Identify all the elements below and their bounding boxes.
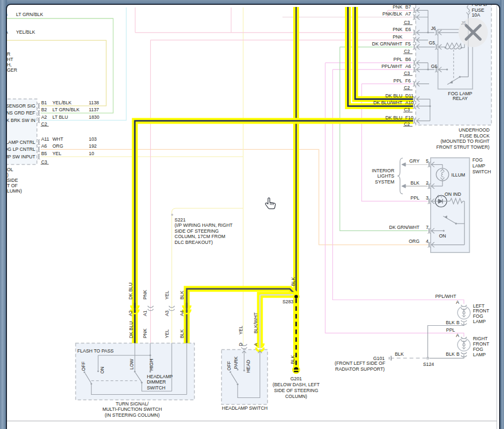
svg-text:103: 103 <box>89 136 97 142</box>
svg-text:LIGHTS: LIGHTS <box>377 173 394 179</box>
svg-text:DLC BREAKOUT): DLC BREAKOUT) <box>174 240 212 245</box>
svg-text:B: B <box>456 320 460 325</box>
svg-text:F10: F10 <box>406 115 414 120</box>
svg-text:RELAY: RELAY <box>453 96 468 101</box>
svg-text:D11: D11 <box>406 93 414 98</box>
svg-text:OL: OL <box>7 167 13 172</box>
svg-text:HIGH: HIGH <box>149 359 154 371</box>
svg-text:FOG: FOG <box>472 157 483 163</box>
svg-text:ON: ON <box>439 233 446 239</box>
svg-text:GRY: GRY <box>409 158 419 164</box>
svg-text:C3: C3 <box>404 71 410 76</box>
svg-text:B: B <box>456 351 460 357</box>
svg-text:F5: F5 <box>406 41 411 47</box>
svg-text:BLK: BLK <box>446 351 455 357</box>
svg-text:(MOUNTED TO RIGHT: (MOUNTED TO RIGHT <box>440 139 490 144</box>
svg-text:(BELOW DASH, LEFT: (BELOW DASH, LEFT <box>273 382 320 387</box>
svg-text:A4: A4 <box>179 310 185 316</box>
svg-text:1138: 1138 <box>89 100 99 105</box>
svg-text:LAMP CNTRL: LAMP CNTRL <box>6 140 35 145</box>
svg-text:LT GRN/BLK: LT GRN/BLK <box>52 107 80 112</box>
svg-text:R: R <box>7 51 10 57</box>
svg-text:C3: C3 <box>404 20 410 25</box>
svg-text:ON IND: ON IND <box>445 191 461 197</box>
svg-text:ORG: ORG <box>409 239 419 244</box>
svg-text:OG LP CNTRL: OG LP CNTRL <box>6 147 35 152</box>
svg-text:SIDE OF STEERING: SIDE OF STEERING <box>174 228 219 234</box>
svg-text:FRONT: FRONT <box>473 341 490 347</box>
svg-text:G6: G6 <box>431 64 438 69</box>
svg-text:YEL: YEL <box>164 290 170 300</box>
svg-text:B6: B6 <box>406 57 411 62</box>
svg-text:BLK/WHT: BLK/WHT <box>253 312 258 334</box>
svg-text:A6: A6 <box>406 64 411 69</box>
svg-text:SENSOR SIG: SENSOR SIG <box>6 103 35 109</box>
svg-text:C3: C3 <box>404 107 410 112</box>
svg-text:OFF: OFF <box>81 361 86 371</box>
svg-text:INTERIOR: INTERIOR <box>372 168 394 173</box>
svg-text:HT: HT <box>7 57 13 62</box>
svg-text:BLK: BLK <box>395 351 404 357</box>
svg-text:UNDERHOOD: UNDERHOOD <box>459 127 490 133</box>
svg-text:YEL: YEL <box>164 330 170 339</box>
svg-text:COLUMN): COLUMN) <box>285 394 307 399</box>
svg-text:S124: S124 <box>423 362 434 367</box>
svg-text:6: 6 <box>6 12 7 17</box>
svg-text:5: 5 <box>426 158 429 164</box>
svg-text:B1: B1 <box>41 100 47 105</box>
svg-text:T OF: T OF <box>7 183 18 188</box>
svg-text:MP SW INPUT: MP SW INPUT <box>6 154 36 159</box>
svg-text:LAMP: LAMP <box>473 319 486 324</box>
svg-text:2: 2 <box>426 180 429 186</box>
svg-text:C2: C2 <box>41 121 47 127</box>
svg-text:B5: B5 <box>41 151 47 156</box>
svg-text:A2: A2 <box>128 310 133 316</box>
svg-text:): ) <box>7 172 9 178</box>
svg-text:RADIATOR SUPPORT): RADIATOR SUPPORT) <box>335 366 385 372</box>
svg-text:DK BLU/WHT: DK BLU/WHT <box>373 100 403 105</box>
svg-text:BLK: BLK <box>446 320 455 325</box>
svg-text:DK GRN/WHT: DK GRN/WHT <box>372 41 402 47</box>
svg-text:PNK: PNK <box>142 290 148 300</box>
svg-text:1137: 1137 <box>89 107 99 112</box>
svg-text:FOG LAMP: FOG LAMP <box>448 91 472 96</box>
svg-text:YEL: YEL <box>52 151 62 156</box>
svg-text:A: A <box>456 300 459 305</box>
svg-text:A1: A1 <box>142 310 148 316</box>
svg-text:FLASH TO PASS: FLASH TO PASS <box>78 348 114 354</box>
svg-text:PPL: PPL <box>393 78 402 83</box>
svg-text:10A: 10A <box>472 12 480 18</box>
svg-text:ENS GRD REF: ENS GRD REF <box>6 110 36 116</box>
svg-text:BLK: BLK <box>410 180 419 186</box>
svg-text:3: 3 <box>426 195 429 201</box>
svg-text:RIGHT: RIGHT <box>473 336 488 341</box>
svg-text:SWITCH: SWITCH <box>472 169 491 174</box>
svg-text:B2: B2 <box>41 107 47 112</box>
svg-text:LT GRN/BLK: LT GRN/BLK <box>16 12 43 17</box>
svg-text:HEADLAMP SWITCH: HEADLAMP SWITCH <box>222 405 268 411</box>
svg-text:PARK: PARK <box>233 356 239 369</box>
svg-text:A10: A10 <box>406 100 414 105</box>
svg-text:A3: A3 <box>164 310 170 316</box>
svg-text:PNK: PNK <box>393 4 402 10</box>
svg-text:DIMMER: DIMMER <box>147 379 166 385</box>
svg-text:FOG: FOG <box>473 313 483 319</box>
svg-text:LUMN): LUMN) <box>7 188 22 194</box>
svg-text:SIDE OF STEERING: SIDE OF STEERING <box>274 388 318 393</box>
svg-text:SIDE: SIDE <box>7 178 18 183</box>
svg-text:BLK: BLK <box>179 290 185 300</box>
svg-text:A7: A7 <box>406 11 411 17</box>
svg-text:G5: G5 <box>429 40 436 45</box>
svg-text:SWITCH: SWITCH <box>147 385 166 390</box>
svg-text:A: A <box>456 333 459 338</box>
svg-text:BLK: BLK <box>290 355 295 364</box>
svg-text:(I/P WIRING HARN, RIGHT: (I/P WIRING HARN, RIGHT <box>174 223 233 228</box>
svg-text:PPL: PPL <box>410 195 419 201</box>
svg-text:1830: 1830 <box>89 114 100 120</box>
svg-text:192: 192 <box>89 143 97 149</box>
svg-text:GER: GER <box>7 67 17 73</box>
svg-text:FRONT STRUT TOWER): FRONT STRUT TOWER) <box>436 144 490 150</box>
svg-text:LAMP: LAMP <box>473 352 486 357</box>
svg-text:10: 10 <box>89 151 94 156</box>
svg-text:LAMP: LAMP <box>472 163 485 168</box>
